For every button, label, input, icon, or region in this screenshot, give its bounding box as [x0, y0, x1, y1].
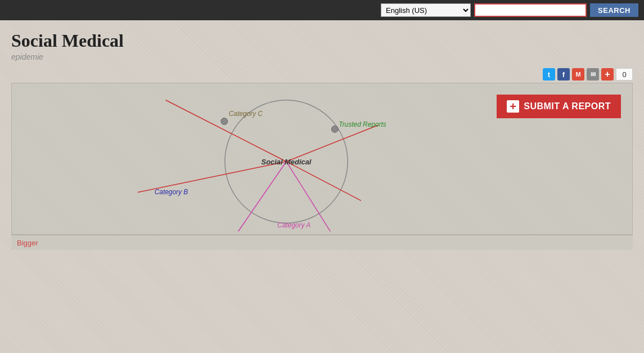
share-facebook-icon[interactable]: f [557, 68, 570, 81]
page-subtitle: epidemie [11, 52, 633, 61]
title-area: Social Medical epidemie [0, 20, 644, 66]
share-gmail-icon[interactable]: M [572, 68, 584, 81]
share-plus-icon[interactable]: + [601, 68, 614, 81]
share-bar: t f M ✉ + 0 [0, 66, 644, 83]
diagram-container: Social Medical Category C Trusted Report… [11, 83, 633, 235]
bigger-link[interactable]: Bigger [17, 239, 38, 247]
share-mail-icon[interactable]: ✉ [587, 68, 599, 81]
share-twitter-icon[interactable]: t [543, 68, 555, 81]
svg-text:Category B: Category B [155, 188, 188, 196]
search-input[interactable] [474, 3, 587, 17]
svg-line-2 [286, 162, 361, 200]
svg-text:Social Medical: Social Medical [262, 158, 312, 166]
svg-point-7 [221, 118, 228, 125]
page-title: Social Medical [11, 30, 633, 51]
svg-point-8 [331, 126, 338, 132]
share-counter: 0 [616, 68, 633, 81]
topbar: English (US) SEARCH [0, 0, 644, 20]
search-button[interactable]: SEARCH [590, 3, 638, 17]
submit-report-button[interactable]: + SUBMIT A REPORT [497, 95, 621, 118]
svg-text:Category A: Category A [277, 221, 310, 229]
svg-text:Trusted Reports: Trusted Reports [339, 120, 386, 128]
bigger-bar: Bigger [11, 235, 633, 250]
svg-text:Category C: Category C [229, 110, 263, 118]
submit-button-label: SUBMIT A REPORT [524, 101, 611, 111]
submit-plus-icon: + [507, 100, 519, 113]
language-select[interactable]: English (US) [381, 3, 471, 17]
